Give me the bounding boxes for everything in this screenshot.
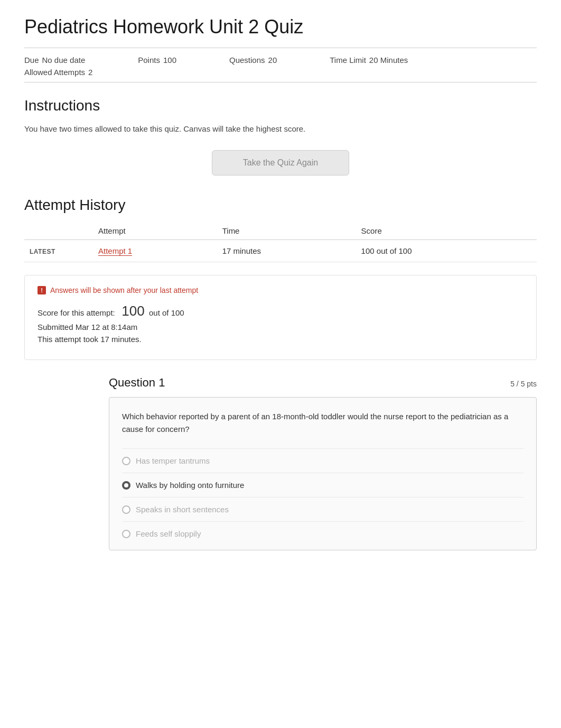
meta-row-1: Due No due date Points 100 Questions 20 … [24, 56, 537, 64]
attempt-link[interactable]: Attempt 1 [98, 246, 132, 256]
points-label: Points [138, 56, 160, 64]
attempt-time: 17 minutes [222, 240, 361, 262]
answer-label-2: Walks by holding onto furniture [136, 481, 244, 490]
time-limit-label: Time Limit [330, 56, 366, 64]
question-1-block: Question 1 5 / 5 pts Which behavior repo… [109, 376, 537, 550]
take-quiz-button[interactable]: Take the Quiz Again [212, 150, 349, 176]
title-divider [24, 48, 537, 48]
answer-option-4: Feeds self sloppily [122, 521, 523, 546]
question-1-box: Which behavior reported by a parent of a… [109, 397, 537, 550]
latest-badge: LATEST [30, 248, 55, 255]
duration-line: This attempt took 17 minutes. [38, 335, 523, 344]
col-time: Time [222, 222, 361, 240]
col-badge [24, 222, 98, 240]
question-1-pts: 5 / 5 pts [510, 380, 537, 388]
instructions-text: You have two times allowed to take this … [24, 123, 537, 135]
answer-label-3: Speaks in short sentences [136, 505, 229, 514]
instructions-heading: Instructions [24, 97, 537, 114]
due-value: No due date [42, 56, 86, 64]
question-1-header: Question 1 5 / 5 pts [109, 376, 537, 390]
answer-option-1: Has temper tantrums [122, 448, 523, 473]
radio-2 [122, 481, 130, 490]
attempt-score: 100 out of 100 [361, 240, 537, 262]
points-value: 100 [163, 56, 176, 64]
warning-icon: ! [38, 286, 46, 294]
score-label: Score for this attempt: [38, 308, 115, 317]
table-row: LATEST Attempt 1 17 minutes 100 out of 1… [24, 240, 537, 262]
attempt-history-table: Attempt Time Score LATEST Attempt 1 17 m… [24, 222, 537, 262]
col-attempt: Attempt [98, 222, 222, 240]
answer-label-1: Has temper tantrums [136, 456, 210, 465]
radio-4 [122, 530, 130, 538]
attempt-history-heading: Attempt History [24, 197, 537, 214]
score-number: 100 [121, 303, 144, 319]
allowed-attempts-label: Allowed Attempts [24, 68, 85, 77]
time-limit-value: 20 Minutes [369, 56, 408, 64]
score-result-box: ! Answers will be shown after your last … [24, 275, 537, 360]
allowed-attempts-value: 2 [88, 68, 92, 77]
question-1-title: Question 1 [109, 376, 165, 390]
answer-option-3: Speaks in short sentences [122, 497, 523, 521]
radio-1 [122, 457, 130, 465]
page-title: Pediatrics Homework Unit 2 Quiz [24, 16, 537, 38]
score-suffix: out of 100 [149, 308, 184, 317]
submitted-line: Submitted Mar 12 at 8:14am [38, 322, 523, 331]
meta-row-2: Allowed Attempts 2 [24, 68, 537, 77]
answer-label-4: Feeds self sloppily [136, 529, 201, 538]
score-line: Score for this attempt: 100 out of 100 [38, 303, 523, 319]
questions-label: Questions [229, 56, 265, 64]
due-label: Due [24, 56, 39, 64]
warning-text: Answers will be shown after your last at… [50, 286, 198, 294]
warning-notice: ! Answers will be shown after your last … [38, 286, 523, 294]
radio-3 [122, 505, 130, 514]
col-score: Score [361, 222, 537, 240]
question-1-text: Which behavior reported by a parent of a… [122, 410, 523, 436]
meta-divider [24, 82, 537, 82]
answer-option-2: Walks by holding onto furniture [122, 473, 523, 497]
questions-value: 20 [268, 56, 277, 64]
